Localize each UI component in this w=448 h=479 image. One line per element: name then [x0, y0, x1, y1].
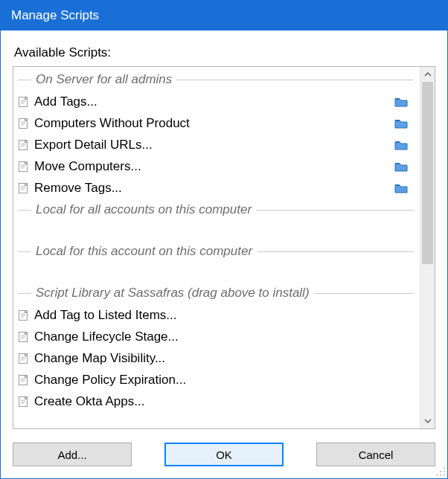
- cancel-button[interactable]: Cancel: [316, 443, 435, 466]
- list-item[interactable]: Change Lifecycle Stage...: [13, 326, 420, 347]
- list-item[interactable]: Remove Tags...: [13, 177, 420, 199]
- server-folder-icon[interactable]: [394, 139, 408, 151]
- script-icon: [18, 182, 30, 194]
- add-button[interactable]: Add...: [13, 443, 132, 466]
- scroll-thumb[interactable]: [422, 82, 433, 264]
- svg-rect-24: [395, 184, 400, 186]
- group-header-local-this: Local for this account on this computer: [13, 240, 420, 263]
- svg-rect-9: [395, 120, 400, 121]
- chevron-down-icon: [424, 417, 432, 425]
- script-icon: [18, 374, 30, 386]
- list-item[interactable]: Add Tag to Listed Items...: [13, 304, 420, 326]
- svg-point-45: [444, 467, 445, 469]
- svg-rect-4: [395, 98, 400, 100]
- list-item-label: Computers Without Product: [34, 116, 390, 131]
- group-header-server: On Server for all admins: [13, 68, 420, 91]
- list-item-label: Change Lifecycle Stage...: [34, 329, 415, 344]
- resize-grip-icon[interactable]: [435, 466, 446, 477]
- list-item-label: Add Tags...: [34, 94, 390, 109]
- script-icon: [18, 309, 30, 321]
- vertical-scrollbar[interactable]: [420, 67, 435, 428]
- list-item[interactable]: Computers Without Product: [13, 112, 420, 134]
- script-icon: [18, 331, 30, 343]
- list-item[interactable]: Create Okta Apps...: [13, 390, 420, 412]
- group-label: Script Library at Sassafras (drag above …: [36, 286, 310, 300]
- scroll-down-button[interactable]: [420, 414, 435, 428]
- script-icon: [18, 139, 30, 151]
- server-folder-icon[interactable]: [394, 118, 408, 129]
- server-folder-icon[interactable]: [394, 96, 408, 108]
- server-folder-icon[interactable]: [394, 161, 408, 173]
- group-label: On Server for all admins: [36, 72, 172, 87]
- list-item-label: Change Map Visibility...: [34, 351, 415, 366]
- group-label: Local for this account on this computer: [36, 244, 252, 259]
- list-item-label: Create Okta Apps...: [34, 394, 415, 409]
- script-icon: [18, 118, 30, 129]
- scripts-listbox[interactable]: On Server for all admins Add Tags... Com…: [13, 66, 435, 429]
- list-item[interactable]: Export Detail URLs...: [13, 134, 420, 155]
- list-content: On Server for all admins Add Tags... Com…: [13, 67, 420, 428]
- svg-point-47: [444, 471, 445, 472]
- ok-button[interactable]: OK: [164, 443, 284, 466]
- server-folder-icon[interactable]: [394, 182, 408, 194]
- svg-rect-14: [395, 141, 400, 143]
- group-header-library: Script Library at Sassafras (drag above …: [13, 282, 420, 304]
- script-icon: [18, 396, 30, 408]
- script-icon: [18, 96, 30, 108]
- svg-point-46: [440, 471, 441, 472]
- list-item[interactable]: Change Policy Expiration...: [13, 369, 420, 390]
- svg-point-50: [444, 475, 445, 476]
- group-header-local-all: Local for all accounts on this computer: [13, 199, 420, 221]
- svg-point-49: [440, 475, 441, 476]
- list-item-label: Export Detail URLs...: [34, 138, 390, 152]
- list-item[interactable]: Change Map Visibility...: [13, 347, 420, 369]
- list-item-label: Add Tag to Listed Items...: [34, 308, 415, 323]
- scroll-up-button[interactable]: [420, 67, 435, 82]
- list-item[interactable]: Move Computers...: [13, 155, 420, 177]
- list-item-label: Move Computers...: [34, 159, 390, 174]
- client-area: Available Scripts: On Server for all adm…: [1, 30, 447, 478]
- script-icon: [18, 161, 30, 173]
- available-scripts-label: Available Scripts:: [14, 45, 434, 60]
- script-icon: [18, 353, 30, 364]
- titlebar[interactable]: Manage Scripts: [1, 1, 447, 30]
- svg-rect-19: [395, 163, 400, 164]
- svg-point-48: [436, 475, 438, 476]
- scroll-track[interactable]: [420, 82, 435, 414]
- list-item[interactable]: Add Tags...: [13, 91, 420, 112]
- list-item-label: Remove Tags...: [34, 181, 390, 196]
- window-title: Manage Scripts: [11, 8, 99, 23]
- button-row: Add... OK Cancel: [13, 443, 435, 466]
- chevron-up-icon: [424, 71, 432, 78]
- group-label: Local for all accounts on this computer: [36, 202, 252, 217]
- list-item-label: Change Policy Expiration...: [34, 373, 415, 388]
